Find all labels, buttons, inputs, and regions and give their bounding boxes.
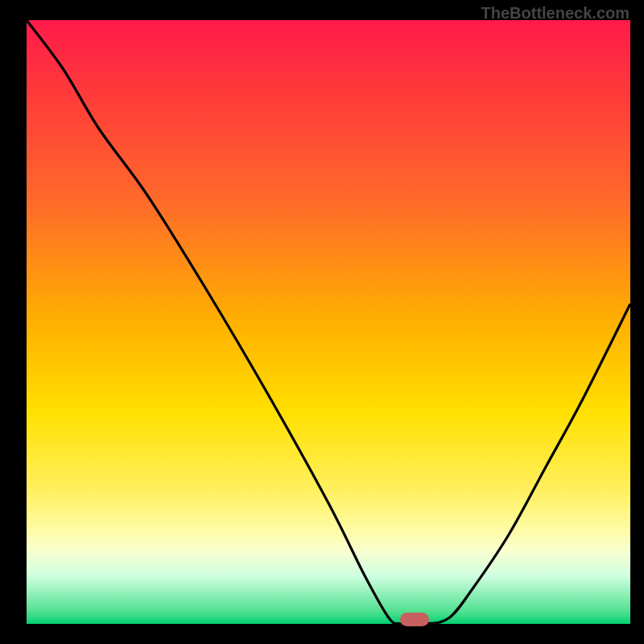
optimal-point-marker [400, 613, 429, 626]
watermark-text: TheBottleneck.com [481, 4, 630, 23]
chart-container: TheBottleneck.com [0, 0, 644, 644]
plot-area [27, 20, 630, 624]
bottleneck-curve [27, 20, 630, 624]
